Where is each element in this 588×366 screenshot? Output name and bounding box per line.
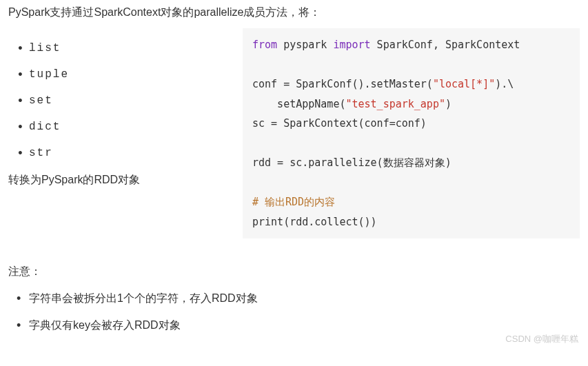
note-title: 注意： — [8, 265, 580, 279]
function-call: print — [252, 216, 283, 228]
note-list: 字符串会被拆分出1个个的字符，存入RDD对象 字典仅有key会被存入RDD对象 — [8, 292, 580, 333]
list-item: dict — [17, 121, 229, 133]
code-text: setAppName( — [252, 98, 345, 110]
two-column-layout: list tuple set dict str 转换为PySpark的RDD对象… — [8, 28, 580, 238]
code-text: ) — [445, 98, 452, 110]
code-text: rdd = sc.parallelize(数据容器对象) — [252, 156, 452, 169]
right-column: from pyspark import SparkConf, SparkCont… — [243, 28, 580, 238]
list-item: 字符串会被拆分出1个个的字符，存入RDD对象 — [17, 292, 580, 306]
code-block: from pyspark import SparkConf, SparkCont… — [243, 28, 580, 238]
code-text: ).\ — [495, 78, 514, 90]
keyword: import — [333, 39, 370, 51]
code-text: pyspark — [277, 39, 333, 51]
list-item: tuple — [17, 68, 229, 81]
comment: # 输出RDD的内容 — [252, 196, 335, 208]
list-item: set — [17, 94, 229, 107]
keyword: from — [252, 39, 277, 51]
code-text: SparkConf, SparkContext — [371, 39, 520, 51]
intro-text: PySpark支持通过SparkContext对象的parallelize成员方… — [8, 6, 580, 20]
code-text: conf = SparkConf().setMaster( — [252, 78, 433, 90]
code-text: sc = SparkContext(conf=conf) — [252, 117, 427, 130]
string-literal: "local[*]" — [433, 78, 495, 90]
list-item: 字典仅有key会被存入RDD对象 — [17, 318, 580, 333]
watermark: CSDN @咖喱年糕 — [505, 333, 578, 345]
code-text: (rdd.collect()) — [283, 216, 376, 228]
list-item: list — [17, 42, 229, 54]
convert-text: 转换为PySpark的RDD对象 — [8, 173, 229, 187]
type-list: list tuple set dict str — [8, 42, 229, 159]
left-column: list tuple set dict str 转换为PySpark的RDD对象 — [8, 28, 229, 187]
string-literal: "test_spark_app" — [345, 98, 445, 110]
list-item: str — [17, 147, 229, 159]
